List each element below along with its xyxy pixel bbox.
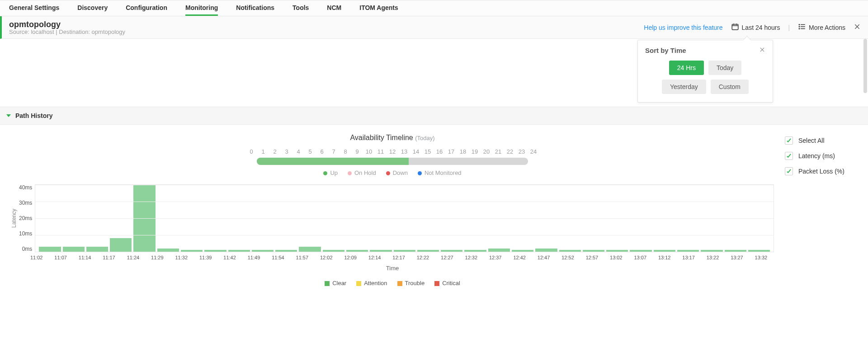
top-tabbar: General SettingsDiscoveryConfigurationMo…: [0, 0, 868, 16]
time-range-button[interactable]: Last 24 hours: [731, 23, 780, 32]
bar: [630, 250, 651, 252]
severity-legend: ClearAttentionTroubleCritical: [11, 280, 774, 286]
x-tick: 11:14: [74, 255, 96, 260]
bar: [748, 250, 770, 252]
hour-tick: 0: [247, 148, 255, 155]
check-packet-loss-[interactable]: Packet Loss (%): [785, 167, 857, 175]
tab-ncm[interactable]: NCM: [327, 0, 341, 16]
more-actions-label: More Actions: [809, 24, 845, 31]
y-axis-title: Latency: [11, 209, 17, 228]
x-tick: 12:02: [315, 255, 337, 260]
checkbox-icon[interactable]: [785, 167, 793, 175]
tab-tools[interactable]: Tools: [292, 0, 309, 16]
check-latency-ms-[interactable]: Latency (ms): [785, 152, 857, 160]
page-title: opmtopology: [9, 20, 644, 29]
x-tick: 13:22: [702, 255, 724, 260]
x-tick: 11:17: [98, 255, 120, 260]
check-label: Latency (ms): [798, 152, 835, 160]
path-history-header[interactable]: Path History: [0, 107, 868, 125]
hour-tick: 10: [365, 148, 373, 155]
tab-notifications[interactable]: Notifications: [236, 0, 274, 16]
tab-monitoring[interactable]: Monitoring: [185, 0, 218, 16]
collapse-icon: [6, 114, 11, 117]
sort-opt-24-hrs[interactable]: 24 Hrs: [669, 61, 704, 75]
x-tick: 12:17: [387, 255, 410, 260]
tab-discovery[interactable]: Discovery: [77, 0, 108, 16]
help-link[interactable]: Help us improve this feature: [644, 24, 722, 31]
svg-point-1: [799, 24, 800, 25]
sort-title: Sort by Time: [645, 47, 686, 54]
chart-plot: [35, 184, 774, 252]
tab-configuration[interactable]: Configuration: [126, 0, 167, 16]
legend-clear: Clear: [325, 280, 346, 286]
bar: [583, 250, 604, 252]
scroll-thumb[interactable]: [863, 39, 867, 93]
tab-itom-agents[interactable]: ITOM Agents: [359, 0, 398, 16]
bar: [370, 250, 392, 252]
x-tick: 13:27: [726, 255, 748, 260]
more-actions-button[interactable]: More Actions: [798, 23, 845, 32]
legend-trouble: Trouble: [397, 280, 425, 286]
hour-tick: 5: [306, 148, 314, 155]
close-icon[interactable]: [854, 23, 861, 32]
bar: [535, 249, 557, 252]
header-sep: |: [788, 24, 790, 31]
source-label: Source: localhost: [9, 28, 54, 35]
section-title: Path History: [15, 112, 52, 119]
hour-tick: 11: [377, 148, 385, 155]
x-tick: 11:32: [170, 255, 193, 260]
hour-tick: 16: [435, 148, 443, 155]
availability-legend: UpOn HoldDownNot Monitored: [11, 169, 774, 176]
legend-not-monitored: Not Monitored: [418, 169, 462, 176]
hour-tick: 17: [447, 148, 455, 155]
y-tick: 20ms: [19, 215, 32, 221]
sort-opt-custom[interactable]: Custom: [711, 80, 749, 94]
y-tick: 40ms: [19, 184, 32, 191]
hour-tick: 23: [518, 148, 526, 155]
x-tick: 11:29: [146, 255, 168, 260]
bar: [606, 250, 628, 252]
svg-point-2: [799, 26, 800, 27]
x-tick: 11:49: [243, 255, 265, 260]
hour-tick: 19: [471, 148, 479, 155]
x-tick: 12:09: [339, 255, 361, 260]
sort-opt-today[interactable]: Today: [708, 61, 741, 75]
tab-general-settings[interactable]: General Settings: [9, 0, 59, 16]
x-axis: 11:0211:0711:1411:1711:2411:2911:3211:39…: [24, 255, 774, 260]
x-tick: 12:52: [557, 255, 579, 260]
legend-up: Up: [323, 169, 338, 176]
checkbox-icon[interactable]: [785, 152, 793, 160]
x-tick: 13:17: [677, 255, 699, 260]
hour-tick: 3: [283, 148, 291, 155]
hour-tick: 15: [424, 148, 432, 155]
bar: [654, 250, 675, 252]
time-range-label: Last 24 hours: [742, 24, 780, 31]
availability-up-segment: [257, 158, 409, 165]
hour-tick: 9: [353, 148, 361, 155]
x-tick: 13:32: [750, 255, 772, 260]
availability-title: Availability Timeline (Today): [11, 134, 774, 142]
hour-tick: 21: [494, 148, 502, 155]
sort-opt-yesterday[interactable]: Yesterday: [662, 80, 706, 94]
bar: [299, 247, 321, 252]
bar: [204, 250, 226, 252]
hour-tick: 7: [330, 148, 338, 155]
x-tick: 13:07: [629, 255, 651, 260]
check-select-all[interactable]: Select All: [785, 136, 857, 145]
y-tick: 0ms: [19, 246, 32, 252]
sort-close-icon[interactable]: [759, 47, 765, 54]
y-tick: 10ms: [19, 230, 32, 237]
bar: [559, 250, 581, 252]
x-tick: 11:42: [218, 255, 241, 260]
series-checkboxes: Select AllLatency (ms)Packet Loss (%): [785, 134, 857, 286]
bar: [394, 250, 415, 252]
legend-down: Down: [386, 169, 408, 176]
check-label: Select All: [798, 137, 825, 144]
x-tick: 11:39: [194, 255, 217, 260]
checkbox-icon[interactable]: [785, 136, 793, 145]
hour-tick: 8: [341, 148, 349, 155]
bar: [488, 249, 510, 252]
bar: [725, 250, 746, 252]
bar: [228, 250, 250, 252]
scrollbar[interactable]: [863, 39, 867, 350]
